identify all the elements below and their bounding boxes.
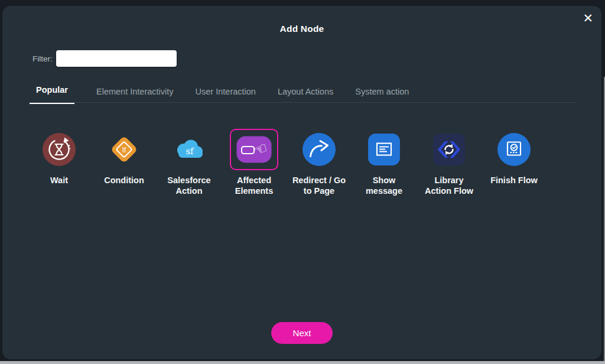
node-label: Salesforce Action (161, 176, 217, 196)
node-card-wait[interactable]: Wait (27, 126, 92, 196)
node-card-redirect-go-to-page[interactable]: Redirect / Go to Page (287, 126, 352, 196)
node-label: Affected Elements (226, 176, 282, 196)
tab-popular[interactable]: Popular (30, 85, 74, 104)
filter-row: Filter: (32, 47, 177, 70)
node-card-finish-flow[interactable]: Finish Flow (482, 126, 547, 196)
window-bottom-edge (0, 361, 605, 364)
node-label: Library Action Flow (421, 176, 477, 196)
node-card-affected-elements[interactable]: ☜ Affected Elements (222, 126, 287, 196)
selected-node-highlight: ☜ (230, 129, 278, 170)
tab-system-action[interactable]: System action (355, 87, 409, 104)
node-card-library-action-flow[interactable]: Library Action Flow (417, 126, 482, 196)
node-card-condition[interactable]: If Condition (92, 126, 157, 196)
node-card-salesforce-action[interactable]: sf Salesforce Action (157, 126, 222, 196)
node-label: Redirect / Go to Page (291, 176, 347, 196)
tab-layout-actions[interactable]: Layout Actions (278, 87, 333, 104)
filter-input[interactable] (56, 50, 177, 67)
message-box-icon (367, 133, 401, 166)
if-diamond-icon: If (108, 133, 141, 166)
wait-hourglass-icon (43, 133, 76, 166)
hand-toggle-icon: ☜ (236, 135, 272, 164)
redirect-arrow-icon (302, 133, 336, 166)
tab-bar: Popular Element Interactivity User Inter… (32, 85, 431, 104)
tab-element-interactivity[interactable]: Element Interactivity (96, 87, 174, 104)
tab-user-interaction[interactable]: User Interaction (196, 87, 256, 104)
node-label: Finish Flow (490, 176, 538, 186)
node-label: Condition (104, 176, 144, 186)
close-icon[interactable]: ✕ (583, 9, 593, 27)
finish-check-icon (497, 133, 531, 166)
sync-hexagon-icon (432, 133, 466, 166)
next-button[interactable]: Next (271, 322, 333, 344)
filter-label: Filter: (32, 54, 53, 63)
if-text: If (122, 146, 126, 154)
node-card-show-message[interactable]: Show message (352, 126, 417, 196)
tab-divider (30, 102, 575, 103)
node-label: Show message (356, 176, 412, 196)
page-title: Add Node (2, 24, 601, 34)
node-label: Wait (50, 176, 68, 186)
salesforce-cloud-icon: sf (173, 133, 206, 166)
node-grid: Wait If Condition (27, 126, 552, 196)
add-node-dialog: Add Node ✕ Filter: Popular Element Inter… (2, 6, 601, 359)
sf-text: sf (186, 146, 194, 157)
